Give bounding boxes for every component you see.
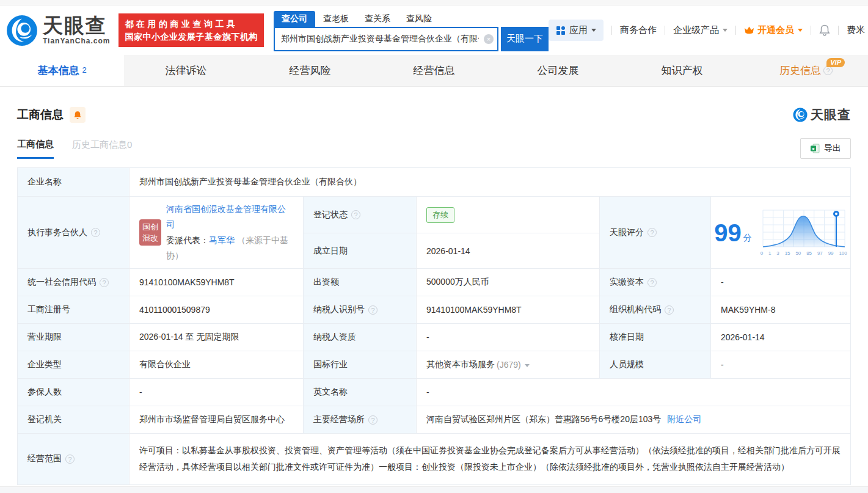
main-content: 工商信息 天眼查 工商信息 历史工商信息0 x bbox=[0, 106, 868, 485]
business-address-value: 河南自贸试验区郑州片区（郑东）普惠路56号6号楼20层103号 附近公司 bbox=[416, 406, 850, 433]
user-menu[interactable]: 费米 bbox=[847, 24, 868, 36]
tab-company-development[interactable]: 公司发展 bbox=[496, 55, 620, 86]
divider bbox=[735, 26, 736, 35]
field-label: 工商注册号 bbox=[18, 296, 129, 323]
divider bbox=[811, 26, 811, 35]
export-button[interactable]: x 导出 bbox=[800, 138, 851, 159]
apps-label: 应用 bbox=[569, 24, 588, 36]
help-icon[interactable] bbox=[665, 305, 674, 315]
field-label: 执行事务合伙人 bbox=[18, 196, 129, 268]
vip-badge: VIP bbox=[826, 58, 845, 67]
divider bbox=[611, 26, 612, 35]
search-tabs: 查公司 查老板 查关系 查风险 bbox=[274, 10, 549, 27]
field-label: 组织机构代码 bbox=[599, 296, 710, 323]
tianyancha-logo-icon bbox=[6, 15, 38, 46]
status-badge: 存续 bbox=[426, 207, 454, 223]
score-unit: 分 bbox=[743, 233, 752, 244]
industry-value: 其他资本市场服务 (J679) bbox=[416, 351, 599, 378]
top-strip bbox=[0, 0, 868, 5]
subtab-history-business-info[interactable]: 历史工商信息0 bbox=[72, 139, 132, 158]
svg-text:x: x bbox=[812, 146, 815, 152]
subtab-business-info[interactable]: 工商信息 bbox=[17, 139, 54, 159]
header: 天眼查 TianYanCha.com 都在用的商业查询工具 国家中小企业发展子基… bbox=[0, 5, 868, 55]
promo-banner: 都在用的商业查询工具 国家中小企业发展子基金旗下机构 bbox=[119, 13, 264, 47]
staff-size-value: - bbox=[710, 351, 850, 378]
apps-menu[interactable]: 应用 bbox=[549, 20, 604, 41]
tab-basic-info[interactable]: 基本信息 2 bbox=[0, 55, 124, 86]
english-name-value: - bbox=[416, 378, 850, 406]
field-label: 登记状态 bbox=[303, 196, 416, 233]
tab-intellectual-property[interactable]: 知识产权 bbox=[620, 55, 744, 86]
field-label: 成立日期 bbox=[303, 233, 416, 268]
registry-authority-value: 郑州市市场监督管理局自贸区服务中心 bbox=[129, 406, 303, 433]
tab-history-info[interactable]: VIP 历史信息 bbox=[744, 55, 868, 86]
tab-legal-proceedings[interactable]: 法律诉讼 bbox=[124, 55, 248, 86]
help-icon[interactable] bbox=[647, 278, 657, 287]
business-term-value: 2026-01-14 至 无固定期限 bbox=[129, 323, 303, 351]
tianyancha-logo[interactable]: 天眼查 TianYanCha.com bbox=[6, 15, 110, 46]
rep-label: 委派代表： bbox=[166, 235, 209, 245]
field-label: 纳税人识别号 bbox=[303, 296, 416, 323]
executive-partner-cell: 国创 混改 河南省国创混改基金管理有限公司 委派代表：马军华 （来源于中基协） bbox=[129, 196, 303, 268]
search-tab-relation[interactable]: 查关系 bbox=[357, 11, 398, 27]
org-code-value: MAK59YHM-8 bbox=[710, 296, 850, 323]
apps-grid-icon bbox=[556, 26, 566, 35]
help-icon[interactable] bbox=[65, 455, 75, 464]
field-label: 企业类型 bbox=[18, 351, 129, 378]
taxpayer-quality-value: - bbox=[416, 323, 599, 351]
help-icon[interactable] bbox=[100, 278, 109, 287]
basic-info-count: 2 bbox=[82, 65, 86, 75]
business-scope-value: 许可项目：以私募基金从事股权投资、投资管理、资产管理等活动（须在中国证券投资基金… bbox=[129, 433, 850, 484]
partner-company-link[interactable]: 河南省国创混改基金管理有限公司 bbox=[166, 204, 286, 229]
field-label: 实缴资本 bbox=[599, 268, 710, 296]
search-tab-risk[interactable]: 查风险 bbox=[398, 11, 440, 27]
tianyan-score-cell[interactable]: 99 分 bbox=[710, 196, 850, 268]
field-label: 统一社会信用代码 bbox=[18, 268, 129, 296]
score-distribution-chart: 01 315 5085 9799 100 bbox=[760, 209, 847, 256]
tianyancha-watermark: 天眼查 bbox=[793, 106, 851, 123]
field-label: 主要经营场所 bbox=[303, 406, 416, 433]
promo-line2: 国家中小企业发展子基金旗下机构 bbox=[125, 31, 258, 43]
field-label: 登记机关 bbox=[18, 406, 129, 433]
reg-number-value: 410110001509879 bbox=[129, 296, 303, 323]
chevron-down-icon bbox=[591, 29, 596, 34]
help-icon[interactable] bbox=[368, 415, 377, 425]
help-icon[interactable] bbox=[351, 210, 360, 219]
divider bbox=[838, 26, 839, 35]
search-tab-boss[interactable]: 查老板 bbox=[315, 11, 357, 27]
rep-name-link[interactable]: 马军华 bbox=[209, 235, 235, 245]
open-vip-menu[interactable]: 开通会员 bbox=[744, 24, 803, 36]
field-label: 出资额 bbox=[303, 268, 416, 296]
search-button[interactable]: 天眼一下 bbox=[501, 27, 549, 51]
search-tab-company[interactable]: 查公司 bbox=[274, 11, 315, 27]
field-label: 企业名称 bbox=[18, 168, 129, 196]
taxpayer-id-value: 91410100MAK59YHM8T bbox=[416, 296, 599, 323]
notifications-button[interactable] bbox=[819, 24, 830, 36]
help-icon[interactable] bbox=[91, 228, 100, 237]
business-cooperation-link[interactable]: 商务合作 bbox=[620, 24, 657, 36]
logo-domain: TianYanCha.com bbox=[43, 37, 110, 45]
nearby-companies-link[interactable]: 附近公司 bbox=[667, 414, 701, 425]
username: 费米 bbox=[847, 24, 865, 36]
subscribe-bell-button[interactable] bbox=[70, 107, 86, 123]
help-icon[interactable] bbox=[823, 66, 833, 75]
enterprise-products-menu[interactable]: 企业级产品 bbox=[673, 24, 728, 36]
help-icon[interactable] bbox=[368, 305, 377, 315]
field-label: 参保人数 bbox=[18, 378, 129, 406]
chevron-down-icon[interactable] bbox=[525, 364, 530, 370]
crown-icon bbox=[744, 26, 754, 35]
tab-operation-info[interactable]: 经营信息 bbox=[372, 55, 496, 86]
section-title: 工商信息 bbox=[17, 107, 64, 123]
approval-date-value: 2026-01-14 bbox=[710, 323, 850, 351]
field-label: 营业期限 bbox=[18, 323, 129, 351]
clear-search-icon[interactable]: × bbox=[484, 34, 494, 44]
field-label: 核准日期 bbox=[599, 323, 710, 351]
excel-icon: x bbox=[810, 144, 820, 153]
tab-operation-risk[interactable]: 经营风险 bbox=[248, 55, 372, 86]
search-input[interactable] bbox=[274, 27, 498, 51]
industry-code: (J679) bbox=[497, 360, 521, 370]
company-name-value: 郑州市国创战新产业投资母基金管理合伙企业（有限合伙） bbox=[129, 168, 850, 196]
paid-capital-value: - bbox=[710, 268, 850, 296]
promo-line1: 都在用的商业查询工具 bbox=[125, 18, 258, 30]
help-icon[interactable] bbox=[647, 228, 657, 237]
